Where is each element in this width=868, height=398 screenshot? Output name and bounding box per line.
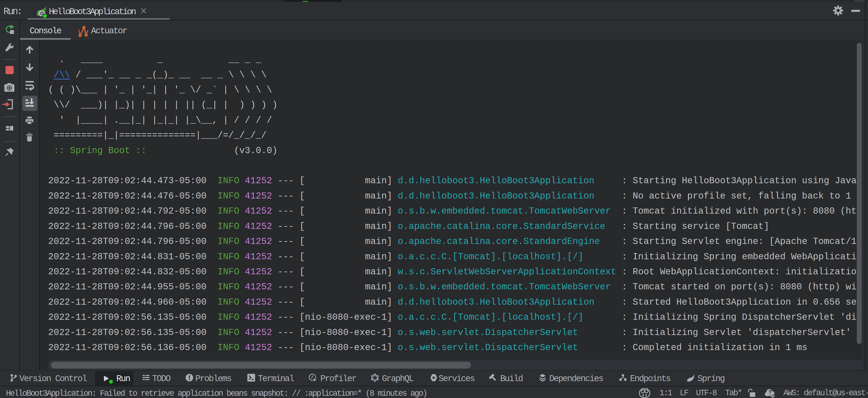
svg-text:?: ?: [768, 389, 772, 395]
